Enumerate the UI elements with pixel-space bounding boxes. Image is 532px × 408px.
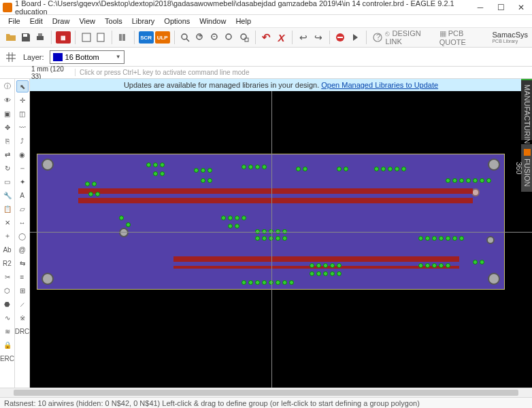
tool-add[interactable]: ＋ (1, 230, 14, 242)
pad (480, 178, 484, 183)
left-toolbox-a: ⓘ👁▣✥⎘⇄↻▭🔧📋✕＋AbR2✂⬡⬣∿≋🔒ERC (0, 79, 15, 388)
cam-button[interactable]: ▦ (56, 30, 71, 45)
open-managed-libraries-link[interactable]: Open Managed Libraries to Update (321, 81, 438, 89)
samacsys-button[interactable]: SamacSysPCB Library (492, 31, 528, 44)
menu-options[interactable]: Options (160, 16, 194, 26)
manufacturing-tab[interactable]: MANUFACTURING (521, 79, 532, 140)
zoom-redraw-button[interactable] (223, 30, 237, 45)
save-button[interactable] (19, 30, 33, 45)
pad (316, 271, 321, 276)
tool-info[interactable]: ⓘ (1, 80, 14, 92)
tool-dimension[interactable]: ↔ (16, 216, 29, 228)
pad (323, 263, 328, 268)
menu-edit[interactable]: Edit (26, 16, 47, 26)
undo-button[interactable]: ↶ (260, 30, 273, 45)
tool-mark[interactable]: ✛ (16, 94, 29, 106)
tool-layers[interactable]: ▣ (1, 107, 14, 120)
scr-button[interactable]: SCR (139, 30, 154, 45)
layer-swatch (53, 53, 63, 61)
library-button[interactable] (116, 30, 130, 45)
tool-meander[interactable]: ≋ (1, 325, 14, 337)
back-button[interactable]: ↩ (297, 30, 310, 45)
menu-tools[interactable]: Tools (101, 16, 127, 26)
command-input[interactable]: Click or press Ctrl+L key to activate co… (75, 69, 532, 76)
minimize-button[interactable]: ─ (476, 3, 484, 12)
tool-attribute[interactable]: @ (16, 243, 29, 256)
tool-lock[interactable]: 🔒 (1, 339, 14, 351)
fusion360-tab[interactable]: FUSION 360 (521, 144, 532, 192)
tool-distribute[interactable]: ⊞ (16, 284, 29, 296)
tool-move[interactable]: ✥ (1, 121, 14, 133)
tool-fanout[interactable]: ※ (16, 311, 29, 324)
tool-ripup[interactable]: ⤴ (16, 135, 29, 147)
svg-text:-: - (213, 32, 216, 39)
zoom-select-button[interactable] (237, 30, 251, 45)
tool-via[interactable]: ◉ (16, 148, 29, 160)
tool-optimize[interactable]: ∿ (1, 311, 14, 324)
layer-select[interactable]: 16 Bottom ▼ (50, 50, 124, 64)
help-button[interactable]: ? (371, 30, 384, 45)
pad (446, 263, 450, 268)
menu-help[interactable]: Help (231, 16, 255, 26)
go-button[interactable] (348, 30, 362, 45)
pad (425, 263, 430, 268)
scrollbar-thumb[interactable] (14, 390, 518, 396)
forward-button[interactable]: ↪ (312, 30, 325, 45)
tool-paste[interactable]: 📋 (1, 203, 14, 215)
maximize-button[interactable]: ☐ (497, 3, 505, 12)
open-button[interactable] (4, 30, 18, 45)
svg-line-8 (186, 39, 189, 41)
zoom-out-button[interactable]: - (208, 30, 222, 45)
tool-miter[interactable]: ⬡ (1, 284, 14, 296)
canvas[interactable]: Updates are available for managed librar… (30, 79, 532, 388)
tool-hole[interactable]: ◯ (16, 230, 29, 242)
horizontal-scrollbar[interactable] (0, 388, 532, 397)
close-button[interactable]: ✕ (517, 3, 525, 12)
tool-group[interactable]: ▭ (1, 175, 14, 188)
pcb-board[interactable] (37, 154, 505, 290)
pcb-quote-button[interactable]: ▦ PCB QUOTE (439, 29, 484, 46)
tool-copy[interactable]: ⎘ (1, 135, 14, 147)
sch-brd-button[interactable] (80, 30, 93, 45)
tool-mirror[interactable]: ⇄ (1, 148, 14, 160)
tool-delete[interactable]: ✕ (1, 216, 14, 228)
menu-window[interactable]: Window (195, 16, 230, 26)
menu-library[interactable]: Library (128, 16, 159, 26)
sheet-button[interactable] (95, 30, 108, 45)
tool-ratsnest[interactable]: ✦ (16, 175, 29, 188)
tool-slice[interactable]: ⟋ (16, 298, 29, 310)
stop-button[interactable] (333, 30, 347, 45)
tool-name[interactable]: Ab (1, 243, 14, 256)
tool-erc[interactable]: ERC (1, 352, 14, 364)
tool-drc[interactable]: DRC (16, 325, 29, 337)
redo-button[interactable]: X (275, 30, 288, 45)
tool-text[interactable]: A (16, 189, 29, 201)
tool-pinswap[interactable]: ⇆ (16, 257, 29, 269)
tool-replace[interactable]: ≡ (16, 271, 29, 283)
tool-split[interactable]: ⬣ (1, 298, 14, 310)
zoom-fit-button[interactable] (179, 30, 193, 45)
pad (480, 260, 484, 265)
tool-grid[interactable]: ◫ (16, 107, 29, 120)
svg-rect-6 (122, 34, 125, 41)
design-link-button[interactable]: ⎋ DESIGN LINK (385, 29, 431, 46)
tool-smash[interactable]: ✂ (1, 271, 14, 283)
menu-view[interactable]: View (75, 16, 99, 26)
menu-file[interactable]: File (4, 16, 24, 26)
svg-point-7 (182, 34, 187, 39)
tool-value[interactable]: R2 (1, 257, 14, 269)
print-button[interactable] (33, 30, 47, 45)
grid-button[interactable] (4, 50, 18, 64)
tool-change[interactable]: 🔧 (1, 189, 14, 201)
tool-show[interactable]: 👁 (1, 94, 14, 106)
crosshair-v (271, 79, 272, 388)
tool-signal[interactable]: ⎓ (16, 162, 29, 174)
tool-select[interactable]: ⬉ (16, 80, 29, 92)
zoom-in-button[interactable]: + (193, 30, 207, 45)
tool-rotate[interactable]: ↻ (1, 162, 14, 174)
tool-route[interactable]: 〰 (16, 121, 29, 133)
pad (153, 171, 158, 176)
menu-draw[interactable]: Draw (48, 16, 74, 26)
tool-polygon[interactable]: ▱ (16, 203, 29, 215)
ulp-button[interactable]: ULP (155, 30, 170, 45)
